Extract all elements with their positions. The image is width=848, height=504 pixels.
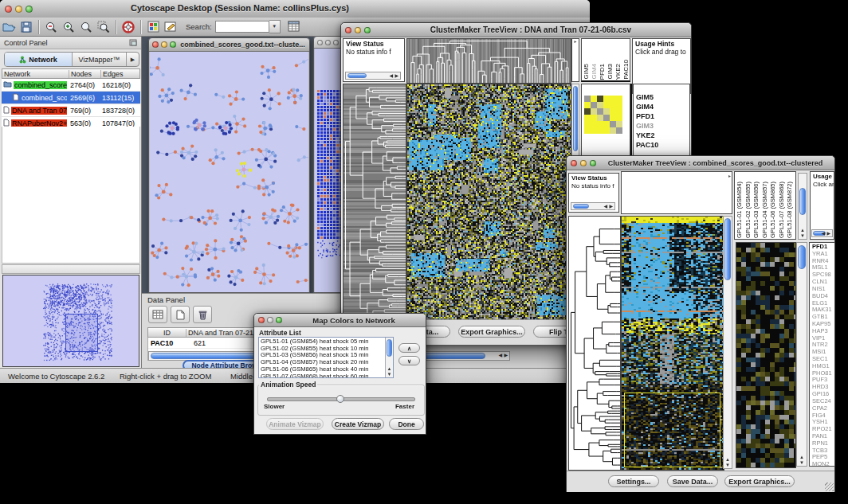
scroll-left-icon[interactable]: ◀ <box>603 204 607 209</box>
save-button[interactable] <box>18 19 35 35</box>
matrix-cell[interactable] <box>610 108 616 115</box>
help-lifering-icon[interactable] <box>120 19 137 35</box>
matrix-cell[interactable] <box>597 96 603 102</box>
matrix-cell[interactable] <box>584 96 591 102</box>
minimize-icon[interactable] <box>355 27 361 33</box>
column-label[interactable]: GPL51-01 (GSM854) <box>736 182 743 238</box>
scroll-up-icon[interactable]: ▲ <box>724 457 732 462</box>
minimize-icon[interactable] <box>267 317 273 323</box>
scrollbar-thumb[interactable] <box>347 73 367 78</box>
close-icon[interactable] <box>571 160 577 166</box>
search-dropdown-button[interactable]: ▼ <box>269 20 281 33</box>
column-label[interactable]: GPL51-03 (GSM856) <box>753 182 760 238</box>
matrix-cell[interactable] <box>597 115 603 121</box>
network-table-row[interactable]: combined_sco2569(6)13112(15) <box>2 92 140 104</box>
row-label[interactable]: GIM5 <box>636 92 688 102</box>
matrix-cell[interactable] <box>591 102 597 108</box>
scroll-down-icon[interactable]: ▼ <box>386 372 393 377</box>
scrollbar-thumb[interactable] <box>573 86 578 151</box>
speed-slider[interactable] <box>267 397 415 401</box>
annotation-icon[interactable] <box>162 19 179 35</box>
move-up-button[interactable]: ∧ <box>398 343 420 353</box>
row-label[interactable]: YKE2 <box>636 131 688 140</box>
scroll-down-icon[interactable]: ▼ <box>799 233 807 238</box>
network-view-canvas[interactable] <box>150 52 308 292</box>
gene-labels-panel[interactable]: PFD1YRA1RNR4MSL1SPC98CLN1NIS1BUD4ELG1MAK… <box>809 242 835 467</box>
minimize-icon[interactable] <box>161 41 167 48</box>
column-label[interactable]: GIM3 <box>607 64 614 80</box>
row-label[interactable]: GIM3 <box>636 121 688 131</box>
matrix-cell[interactable] <box>616 127 622 134</box>
float-panel-icon[interactable] <box>129 39 137 46</box>
delete-attribute-button[interactable] <box>193 306 212 323</box>
matrix-cell[interactable] <box>603 115 610 121</box>
close-icon[interactable] <box>152 41 159 48</box>
global-heatmap-matrix[interactable] <box>584 96 622 134</box>
tab-overflow-button[interactable]: ▶ <box>126 53 139 66</box>
zoom-window-icon[interactable] <box>170 41 176 48</box>
matrix-cell[interactable] <box>616 102 622 108</box>
export-graphics--button[interactable]: Export Graphics... <box>458 326 525 338</box>
treeview1-titlebar[interactable]: ClusterMaker TreeView : DNA and Tran 07-… <box>341 23 691 37</box>
scrollbar-thumb[interactable] <box>799 188 806 215</box>
matrix-cell[interactable] <box>584 121 591 127</box>
zoom-selected-button[interactable] <box>95 19 112 35</box>
scroll-right-icon[interactable]: ▶ <box>504 353 508 357</box>
row-label[interactable]: PAC10 <box>636 140 688 150</box>
heatmap-canvas[interactable] <box>621 216 724 471</box>
matrix-cell[interactable] <box>591 127 597 134</box>
matrix-cell[interactable] <box>616 96 622 102</box>
scrollbar-thumb[interactable] <box>573 204 589 209</box>
panel-divider[interactable] <box>2 264 140 274</box>
matrix-cell[interactable] <box>597 127 603 134</box>
column-label[interactable]: GPL51-07 (GSM868) <box>779 182 785 238</box>
zoom-window-icon[interactable] <box>364 27 371 33</box>
export-graphics--button[interactable]: Export Graphics... <box>724 475 795 487</box>
scroll-down-icon[interactable]: ▼ <box>797 460 807 465</box>
zoom-window-icon[interactable] <box>590 160 596 166</box>
scrollbar-thumb[interactable] <box>798 245 806 269</box>
matrix-cell[interactable] <box>616 108 622 115</box>
matrix-cell[interactable] <box>610 115 616 121</box>
row-dendrogram-canvas[interactable] <box>568 216 621 471</box>
view-status-hscrollbar[interactable]: ◀▶ <box>571 202 615 210</box>
scroll-up-icon[interactable]: ▲ <box>797 455 807 459</box>
slider-thumb[interactable] <box>336 395 344 403</box>
heatmap-canvas[interactable] <box>406 84 571 320</box>
matrix-cell[interactable] <box>584 102 591 108</box>
new-attribute-button[interactable] <box>171 306 190 323</box>
dialog-titlebar[interactable]: Map Colors to Network <box>254 314 426 327</box>
matrix-cell[interactable] <box>616 115 622 121</box>
scroll-right-icon[interactable]: ▶ <box>609 204 613 209</box>
zoom-window-icon[interactable] <box>276 317 282 323</box>
matrix-cell[interactable] <box>603 102 610 108</box>
create-vizmap-button[interactable]: Create Vizmap <box>332 418 384 430</box>
column-tree-area[interactable]: ▸ <box>621 171 732 214</box>
row-dendrogram-canvas[interactable] <box>343 84 406 320</box>
column-label[interactable]: GPL51-08 (GSM872) <box>787 182 793 238</box>
column-label[interactable]: YKE2 <box>615 64 622 80</box>
matrix-cell[interactable] <box>597 108 603 115</box>
matrix-cell[interactable] <box>603 96 610 102</box>
scrollbar-thumb[interactable] <box>724 218 731 280</box>
row-label[interactable]: PFD1 <box>636 111 688 121</box>
resize-grip[interactable] <box>825 483 834 491</box>
scroll-right-icon[interactable]: ▶ <box>826 231 830 236</box>
open-file-button[interactable] <box>0 19 18 35</box>
attribute-listbox[interactable]: GPL51-01 (GSM854) heat shock 05 minGPL51… <box>258 337 394 378</box>
scroll-left-icon[interactable]: ◀ <box>389 73 393 78</box>
search-input[interactable] <box>215 21 269 33</box>
treeview2-titlebar[interactable]: ClusterMaker TreeView : combined_scores_… <box>567 156 834 170</box>
tab-vizmapper[interactable]: VizMapper™ <box>73 53 126 66</box>
column-label[interactable]: GPL51-04 (GSM857) <box>762 182 768 238</box>
move-down-button[interactable]: ∨ <box>398 356 420 365</box>
expand-icon[interactable]: ▸ <box>572 39 579 45</box>
attribute-browser-icon[interactable] <box>285 19 303 35</box>
column-label[interactable]: GPL51-06 (GSM865) <box>770 182 776 238</box>
column-labels-vscrollbar[interactable]: ▲▼ <box>798 173 807 240</box>
matrix-cell[interactable] <box>597 121 603 127</box>
matrix-cell[interactable] <box>616 121 622 127</box>
usage-hints-hscrollbar[interactable]: ◀▶ <box>811 229 833 237</box>
tab-network[interactable]: Network <box>5 53 73 66</box>
matrix-cell[interactable] <box>603 108 610 115</box>
